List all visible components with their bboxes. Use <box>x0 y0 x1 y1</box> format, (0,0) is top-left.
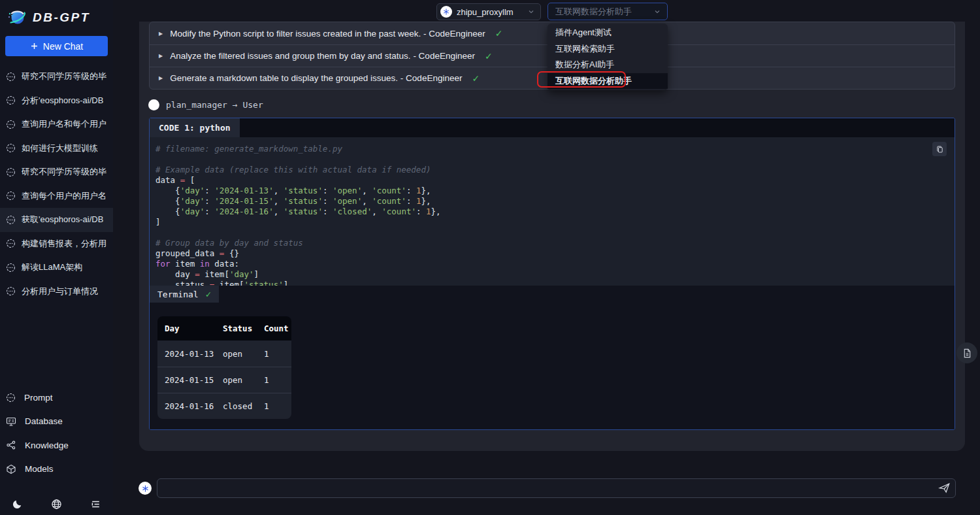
chat-history-label: 查询每个用户的用户名 <box>22 190 106 202</box>
table-cell: 2024-01-16 <box>165 401 223 411</box>
agent-menu-option-2[interactable]: 数据分析AI助手 <box>547 57 668 73</box>
table-cell: 1 <box>264 349 291 359</box>
task-label: Modify the Python script to filter issue… <box>170 29 485 39</box>
dark-mode-moon-icon[interactable] <box>10 497 25 511</box>
nav-label: Prompt <box>24 393 53 403</box>
code-line-13: status = item['status'] <box>155 280 955 286</box>
table-header-status: Status <box>223 324 264 333</box>
model-zhipu-icon <box>139 482 152 495</box>
expand-triangle-icon: ▶ <box>159 31 163 37</box>
table-cell: 2024-01-13 <box>165 349 223 359</box>
table-row-1: 2024-01-15open1 <box>157 367 291 393</box>
chat-bubble-icon <box>6 191 16 201</box>
chat-history-label: 查询用户名和每个用户 <box>22 118 106 130</box>
chevron-down-icon <box>527 8 535 16</box>
sidebar-item-chat-8[interactable]: 解读LLaMA架构 <box>0 256 113 280</box>
logo-planet-icon <box>7 8 29 27</box>
result-table: Day Status Count 2024-01-13open12024-01-… <box>157 316 291 419</box>
code-line-5: {'day': '2024-01-15', 'status': 'open', … <box>155 196 955 207</box>
code-result-panel: CODE 1: python # filename: generate_mark… <box>149 118 955 430</box>
chat-history-label: 分析'eosphoros-ai/DB <box>22 95 103 107</box>
sidebar-item-chat-0[interactable]: 研究不同学历等级的毕 <box>0 65 113 89</box>
message-icon <box>6 393 16 403</box>
sidebar-item-database[interactable]: Database <box>0 410 113 434</box>
knowledge-icon <box>6 440 16 450</box>
code-line-11: for item in data: <box>155 259 955 269</box>
chat-history-label: 研究不同学历等级的毕 <box>22 71 106 82</box>
agent-selector-value: 互联网数据分析助手 <box>555 6 653 18</box>
send-button[interactable] <box>938 482 951 494</box>
code-line-10: grouped_data = {} <box>155 248 955 259</box>
collapse-sidebar-icon[interactable] <box>88 497 103 511</box>
sidebar-item-chat-2[interactable]: 查询用户名和每个用户 <box>0 112 113 137</box>
table-cell: closed <box>223 401 264 411</box>
table-cell: 1 <box>264 375 291 385</box>
nav-label: Models <box>25 464 54 474</box>
plan-manager-avatar <box>148 99 159 110</box>
sidebar-item-prompt[interactable]: Prompt <box>0 386 113 410</box>
agent-menu-option-0[interactable]: 插件Agent测试 <box>547 25 668 41</box>
table-body: 2024-01-13open12024-01-15open12024-01-16… <box>157 341 291 419</box>
table-cell: 2024-01-15 <box>165 375 223 385</box>
sidebar-footer <box>0 494 113 514</box>
sidebar-item-chat-9[interactable]: 分析用户与订单情况 <box>0 280 113 304</box>
code-tab[interactable]: CODE 1: python <box>150 118 240 137</box>
model-selector[interactable]: zhipu_proxyllm <box>436 3 541 20</box>
document-icon <box>962 348 972 358</box>
main-area: zhipu_proxyllm 互联网数据分析助手 插件Agent测试互联网检索助… <box>113 0 980 515</box>
code-line-8 <box>155 227 955 238</box>
table-cell: open <box>223 375 264 385</box>
terminal-output: Day Status Count 2024-01-13open12024-01-… <box>150 303 955 430</box>
sidebar-item-knowledge[interactable]: Knowledge <box>0 433 113 457</box>
agent-menu-option-3[interactable]: 互联网数据分析助手 <box>547 73 668 90</box>
nav-label: Knowledge <box>25 440 69 450</box>
sidebar-item-models[interactable]: Models <box>0 457 113 482</box>
chat-history-label: 研究不同学历等级的毕 <box>22 166 106 178</box>
agent-selector[interactable]: 互联网数据分析助手 <box>547 3 668 20</box>
check-icon: ✓ <box>206 289 211 299</box>
chat-history-label: 构建销售报表，分析用 <box>22 238 106 250</box>
app-logo[interactable]: DB-GPT <box>0 0 113 27</box>
chat-bubble-icon <box>6 143 16 153</box>
sidebar-item-chat-7[interactable]: 构建销售报表，分析用 <box>0 232 113 256</box>
chat-history-list: 研究不同学历等级的毕分析'eosphoros-ai/DB查询用户名和每个用户如何… <box>0 65 113 303</box>
task-label: Generate a markdown table to display the… <box>170 73 462 83</box>
chat-bubble-icon <box>6 286 16 296</box>
code-line-0: # filename: generate_markdown_table.py <box>155 144 955 154</box>
code-line-1 <box>155 154 955 165</box>
copy-code-button[interactable] <box>932 142 947 156</box>
check-icon: ✓ <box>495 28 503 39</box>
copy-icon <box>936 145 944 154</box>
task-label: Analyze the filtered issues and group th… <box>170 51 475 61</box>
chat-input[interactable] <box>157 478 956 498</box>
sidebar-item-chat-4[interactable]: 研究不同学历等级的毕 <box>0 160 113 184</box>
sidebar-item-chat-3[interactable]: 如何进行大模型训练 <box>0 137 113 161</box>
terminal-tab[interactable]: Terminal ✓ <box>150 286 219 303</box>
sidebar: DB-GPT New Chat 研究不同学历等级的毕分析'eosphoros-a… <box>0 0 113 515</box>
language-globe-icon[interactable] <box>50 497 64 511</box>
terminal-tabbar: Terminal ✓ <box>150 286 955 303</box>
new-chat-button[interactable]: New Chat <box>5 36 108 56</box>
chat-bubble-icon <box>6 263 16 273</box>
sidebar-item-chat-5[interactable]: 查询每个用户的用户名 <box>0 184 113 208</box>
feedback-document-button[interactable] <box>956 342 977 363</box>
check-icon: ✓ <box>472 73 480 84</box>
chat-bubble-icon <box>6 215 16 225</box>
app: DB-GPT New Chat 研究不同学历等级的毕分析'eosphoros-a… <box>0 0 980 515</box>
sidebar-nav: PromptDatabaseKnowledgeModels <box>0 386 113 481</box>
database-icon <box>6 416 16 427</box>
code-line-12: day = item['day'] <box>155 269 955 280</box>
chat-bubble-icon <box>6 95 16 105</box>
agent-menu-option-1[interactable]: 互联网检索助手 <box>547 41 668 58</box>
nav-label: Database <box>25 416 63 426</box>
sidebar-item-chat-6[interactable]: 获取'eosphoros-ai/DB <box>0 208 113 232</box>
code-block[interactable]: # filename: generate_markdown_table.py #… <box>150 137 955 286</box>
code-line-2: # Example data (replace this with actual… <box>155 165 955 175</box>
sidebar-item-chat-1[interactable]: 分析'eosphoros-ai/DB <box>0 89 113 113</box>
code-line-7: ] <box>155 217 955 227</box>
chevron-down-icon <box>653 8 661 16</box>
table-row-0: 2024-01-13open1 <box>157 341 291 367</box>
plus-icon <box>30 42 39 50</box>
expand-triangle-icon: ▶ <box>159 53 163 59</box>
code-tabbar: CODE 1: python <box>150 118 955 137</box>
